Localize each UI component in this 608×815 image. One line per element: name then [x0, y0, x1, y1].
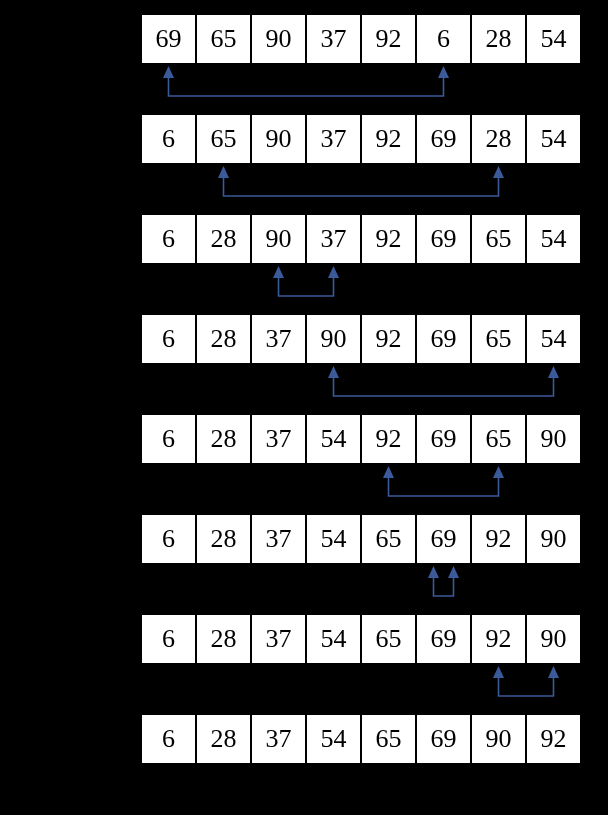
- array-cell: 28: [196, 514, 251, 564]
- array-cell: 65: [471, 214, 526, 264]
- svg-marker-2: [218, 166, 229, 178]
- svg-marker-8: [383, 466, 394, 478]
- array-state: 665903792692854: [141, 114, 581, 214]
- svg-marker-0: [163, 66, 174, 78]
- swap-arrow: [141, 564, 581, 614]
- array-cell: 69: [416, 514, 471, 564]
- svg-marker-9: [493, 466, 504, 478]
- array-cell: 65: [196, 114, 251, 164]
- array-cell: 90: [526, 614, 581, 664]
- array-cell: 69: [416, 114, 471, 164]
- swap-indicator: [141, 664, 581, 714]
- array-cell: 69: [416, 214, 471, 264]
- swap-indicator: [141, 164, 581, 214]
- swap-arrow: [141, 64, 581, 114]
- array-cell: 37: [251, 514, 306, 564]
- swap-indicator: [141, 264, 581, 314]
- array-cell: 54: [526, 14, 581, 64]
- array-cell: 65: [361, 514, 416, 564]
- svg-marker-10: [428, 566, 439, 578]
- array-cell: 90: [306, 314, 361, 364]
- array-cell: 37: [306, 214, 361, 264]
- array-cell: 92: [471, 514, 526, 564]
- array-cell: 92: [361, 214, 416, 264]
- svg-marker-3: [493, 166, 504, 178]
- array-state: 628379092696554: [141, 314, 581, 414]
- array-cell: 37: [251, 714, 306, 764]
- array-row: 628375492696590: [141, 414, 581, 464]
- array-cell: 28: [471, 114, 526, 164]
- swap-indicator: [141, 64, 581, 114]
- svg-marker-11: [448, 566, 459, 578]
- array-cell: 92: [361, 414, 416, 464]
- array-cell: 92: [361, 14, 416, 64]
- swap-arrow: [141, 164, 581, 214]
- array-cell: 65: [471, 414, 526, 464]
- array-cell: 69: [416, 714, 471, 764]
- array-state: 628375465699092: [141, 714, 581, 764]
- array-cell: 54: [306, 414, 361, 464]
- array-cell: 6: [141, 114, 196, 164]
- array-cell: 6: [141, 314, 196, 364]
- array-cell: 54: [526, 114, 581, 164]
- array-cell: 69: [416, 614, 471, 664]
- swap-arrow: [141, 464, 581, 514]
- array-cell: 54: [306, 514, 361, 564]
- array-cell: 6: [141, 514, 196, 564]
- array-cell: 6: [416, 14, 471, 64]
- array-state: 628903792696554: [141, 214, 581, 314]
- swap-indicator: [141, 364, 581, 414]
- array-row: 628903792696554: [141, 214, 581, 264]
- array-row: 628379092696554: [141, 314, 581, 364]
- array-cell: 92: [471, 614, 526, 664]
- array-cell: 90: [526, 414, 581, 464]
- array-cell: 28: [196, 314, 251, 364]
- array-cell: 92: [526, 714, 581, 764]
- array-state: 628375465699290: [141, 514, 581, 614]
- array-cell: 54: [526, 214, 581, 264]
- array-state: 628375492696590: [141, 414, 581, 514]
- sort-diagram: 6965903792628546659037926928546289037926…: [141, 14, 581, 764]
- array-cell: 90: [251, 14, 306, 64]
- array-cell: 90: [471, 714, 526, 764]
- array-cell: 54: [306, 614, 361, 664]
- swap-arrow: [141, 364, 581, 414]
- array-cell: 37: [306, 114, 361, 164]
- array-cell: 37: [251, 614, 306, 664]
- array-cell: 28: [196, 414, 251, 464]
- swap-indicator: [141, 464, 581, 514]
- swap-arrow: [141, 664, 581, 714]
- svg-marker-7: [548, 366, 559, 378]
- array-cell: 54: [526, 314, 581, 364]
- array-cell: 90: [251, 114, 306, 164]
- svg-marker-4: [273, 266, 284, 278]
- array-cell: 90: [251, 214, 306, 264]
- array-cell: 65: [196, 14, 251, 64]
- array-row: 665903792692854: [141, 114, 581, 164]
- swap-arrow: [141, 264, 581, 314]
- svg-marker-5: [328, 266, 339, 278]
- array-cell: 37: [306, 14, 361, 64]
- array-cell: 90: [526, 514, 581, 564]
- array-cell: 37: [251, 314, 306, 364]
- array-cell: 28: [196, 614, 251, 664]
- array-row: 696590379262854: [141, 14, 581, 64]
- array-cell: 69: [416, 414, 471, 464]
- array-row: 628375465699290: [141, 514, 581, 564]
- svg-marker-13: [548, 666, 559, 678]
- array-cell: 6: [141, 214, 196, 264]
- array-cell: 92: [361, 314, 416, 364]
- array-cell: 54: [306, 714, 361, 764]
- svg-marker-12: [493, 666, 504, 678]
- array-cell: 37: [251, 414, 306, 464]
- array-cell: 92: [361, 114, 416, 164]
- array-cell: 6: [141, 714, 196, 764]
- array-cell: 6: [141, 414, 196, 464]
- array-cell: 65: [361, 714, 416, 764]
- array-cell: 65: [361, 614, 416, 664]
- swap-indicator: [141, 564, 581, 614]
- array-cell: 28: [196, 714, 251, 764]
- array-cell: 65: [471, 314, 526, 364]
- svg-marker-6: [328, 366, 339, 378]
- array-cell: 69: [141, 14, 196, 64]
